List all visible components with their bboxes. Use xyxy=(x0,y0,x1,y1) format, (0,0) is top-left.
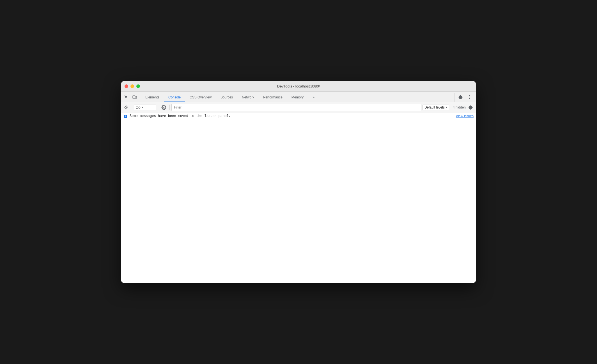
tab-elements[interactable]: Elements xyxy=(141,94,164,102)
tab-memory[interactable]: Memory xyxy=(287,94,308,102)
maximize-button[interactable] xyxy=(136,84,140,88)
svg-point-4 xyxy=(469,97,470,97)
levels-arrow-icon: ▾ xyxy=(446,106,447,109)
device-toolbar-button[interactable] xyxy=(131,93,139,101)
svg-rect-1 xyxy=(135,96,137,98)
svg-point-3 xyxy=(469,95,470,96)
hidden-count: 4 hidden xyxy=(453,105,466,109)
toolbar-divider-4 xyxy=(451,105,451,110)
tab-network[interactable]: Network xyxy=(237,94,259,102)
console-message-text: Some messages have been moved to the Iss… xyxy=(130,114,454,118)
more-options-button[interactable] xyxy=(466,93,474,101)
log-levels-selector[interactable]: Default levels ▾ xyxy=(423,105,449,110)
svg-point-2 xyxy=(134,98,134,98)
console-toolbar: top ▾ Default levels ▾ 4 hidden xyxy=(121,102,476,112)
tab-more[interactable]: » xyxy=(308,94,319,102)
toolbar-divider-3 xyxy=(169,105,170,110)
svg-text:i: i xyxy=(125,115,126,118)
tab-css-overview[interactable]: CSS Overview xyxy=(185,94,216,102)
console-content: i Some messages have been moved to the I… xyxy=(121,112,476,283)
tabs-list: Elements Console CSS Overview Sources Ne… xyxy=(141,94,454,102)
tab-sources[interactable]: Sources xyxy=(216,94,237,102)
toolbar-divider-1 xyxy=(132,105,132,110)
filter-input[interactable] xyxy=(171,104,421,111)
info-icon: i xyxy=(123,114,127,118)
traffic-lights xyxy=(125,84,140,88)
clear-console-button[interactable] xyxy=(122,103,130,111)
toolbar-divider-2 xyxy=(158,105,158,110)
close-button[interactable] xyxy=(125,84,128,88)
console-message: i Some messages have been moved to the I… xyxy=(121,112,476,120)
tab-performance[interactable]: Performance xyxy=(259,94,287,102)
view-issues-link[interactable]: View issues xyxy=(456,114,474,118)
tab-bar-left-icons xyxy=(122,93,139,102)
tab-bar: Elements Console CSS Overview Sources Ne… xyxy=(121,92,476,102)
console-settings-button[interactable] xyxy=(467,103,475,111)
settings-button[interactable] xyxy=(457,93,465,101)
minimize-button[interactable] xyxy=(130,84,134,88)
devtools-window: DevTools - localhost:8080/ Elements xyxy=(121,81,476,283)
window-title: DevTools - localhost:8080/ xyxy=(277,84,320,88)
svg-point-12 xyxy=(163,107,164,108)
context-arrow-icon: ▾ xyxy=(142,106,143,109)
title-bar: DevTools - localhost:8080/ xyxy=(121,81,476,92)
tab-bar-right xyxy=(454,93,476,102)
context-value: top xyxy=(136,105,141,109)
levels-label: Default levels xyxy=(424,105,445,109)
live-expressions-button[interactable] xyxy=(160,103,168,111)
tab-console[interactable]: Console xyxy=(164,94,185,102)
inspect-element-button[interactable] xyxy=(122,93,130,101)
context-selector[interactable]: top ▾ xyxy=(134,105,156,110)
svg-point-5 xyxy=(469,98,470,99)
